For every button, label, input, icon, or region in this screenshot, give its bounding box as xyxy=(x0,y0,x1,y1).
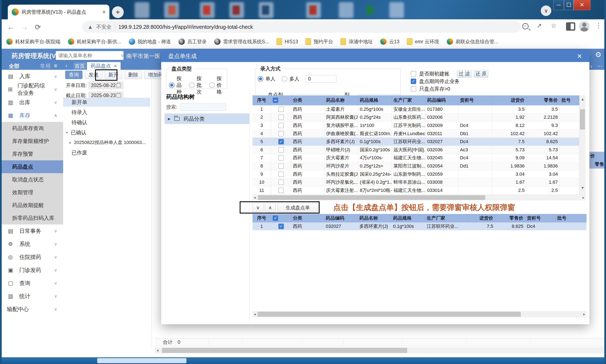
gear-icon[interactable]: ⚙ xyxy=(595,51,601,59)
flag-是否期初建账[interactable]: 是否期初建账 xyxy=(411,70,449,77)
select-all-checkbox[interactable] xyxy=(273,98,278,103)
row-checkbox[interactable] xyxy=(278,131,284,136)
sidebar-item-拆零药品扫码入库[interactable]: 拆零药品扫码入库 xyxy=(0,212,63,224)
checkbox-checked-icon[interactable] xyxy=(411,78,416,84)
row-checkbox-checked[interactable] xyxy=(278,139,284,144)
column-header-药品名称[interactable]: 药品名称 xyxy=(358,214,391,222)
sidebar-item-日常事务[interactable]: ▤日常事务∨ xyxy=(0,224,63,237)
sidebar-item-门诊发药[interactable]: ▣门诊发药∨ xyxy=(0,263,63,277)
sidebar-item-查询[interactable]: ▢查询∨ xyxy=(0,277,63,290)
column-header-药品名称[interactable]: 药品名称 xyxy=(324,95,358,105)
sidebar-item-系统[interactable]: ⚙系统∨ xyxy=(0,237,63,250)
entry-mode-radio-单人[interactable] xyxy=(258,76,263,81)
tab-search-chevron-icon[interactable]: ∨ xyxy=(541,5,551,16)
row-checkbox[interactable] xyxy=(278,188,284,193)
row-checkbox[interactable] xyxy=(278,115,284,120)
bookmark-item[interactable]: 我的地盘 - 禅道 xyxy=(129,39,171,45)
sidebar-item-输配中心[interactable]: 输配中心∨ xyxy=(0,303,63,316)
entry-mode-radio-多人[interactable] xyxy=(282,76,287,81)
expand-arrow-icon[interactable]: ▶ xyxy=(168,117,170,121)
bookmark-item[interactable]: HIS13 xyxy=(276,38,298,45)
reset-button[interactable]: 还 原 xyxy=(474,70,488,77)
side-panel-icon[interactable] xyxy=(566,22,575,31)
status-tree-item[interactable]: 待录入 xyxy=(63,108,150,117)
window-close-button[interactable]: ✕ xyxy=(574,0,591,10)
toolbar-button-查询[interactable]: 查询 xyxy=(65,71,83,79)
sidebar-item-库存量限额维护[interactable]: 库存量限额维护 xyxy=(0,135,63,147)
table-row[interactable]: 7西药庆大霉素片4万u*100s-福建汇天生物...032045Dc49.091… xyxy=(252,154,579,162)
sidebar-item-统计[interactable]: ▥统计∨ xyxy=(0,290,63,303)
check-type-radio-按品种[interactable] xyxy=(169,82,174,88)
column-header-序号[interactable]: 序号 xyxy=(252,214,271,222)
tab-overflow-icons[interactable]: ›⋯ xyxy=(591,63,606,70)
column-header-药品编码[interactable]: 药品编码 xyxy=(426,95,458,105)
bookmark-item[interactable]: 云13 xyxy=(380,39,399,45)
table-row[interactable]: 10西药环丙沙星氯化...(省采4) 0.2g*1...蚌埠丰原涂山...033… xyxy=(252,178,579,186)
column-header-药品规格[interactable]: 药品规格 xyxy=(391,214,425,222)
bookmark-star-icon[interactable]: ☆ xyxy=(551,22,557,29)
tab-scroll-left-icon[interactable]: ‹ xyxy=(66,62,67,69)
scrollbar-thumb[interactable] xyxy=(580,109,585,130)
bookmark-item[interactable]: 易联众信息综合管... xyxy=(447,39,498,45)
tree-search-input[interactable] xyxy=(180,103,226,111)
flag-盘点期间停止业务[interactable]: 盘点期间停止业务 xyxy=(411,78,460,85)
column-header-零售价[interactable]: 零售价 xyxy=(495,214,525,222)
row-checkbox[interactable] xyxy=(278,180,284,185)
window-maximize-button[interactable]: ☐ xyxy=(564,0,574,10)
close-icon[interactable]: ✕ xyxy=(577,52,582,60)
tab-close-icon[interactable]: × xyxy=(102,9,106,15)
column-header-序号[interactable]: 序号 xyxy=(252,95,271,105)
sidebar-item-库存[interactable]: ▦库存∧ xyxy=(0,109,63,122)
table-row[interactable]: 3西药复方磺胺甲基...1s*100江苏平光制药...032009Dc48.12… xyxy=(252,121,579,130)
sidebar-item-药品库存查询[interactable]: 药品库存查询 xyxy=(0,122,63,135)
column-header-货柜号[interactable]: 货柜号 xyxy=(458,95,492,105)
sidebar-item-库存预警[interactable]: 库存预警 xyxy=(0,147,63,160)
menu-filter-frequent[interactable]: 常用 xyxy=(40,63,51,70)
sidebar-item-效期管理[interactable]: 效期管理 xyxy=(0,186,63,199)
bookmark-item[interactable]: 漳浦中地址 xyxy=(341,38,373,45)
checkbox-icon[interactable] xyxy=(411,86,416,92)
start-date-input[interactable]: 2025-08-22 xyxy=(89,81,123,89)
status-tree-item[interactable]: 待确认 xyxy=(63,118,150,127)
sidebar-item-药品盘点[interactable]: 药品盘点 xyxy=(0,160,63,173)
sidebar-item-门诊配药综合业务[interactable]: ⊞门诊配药综合业务∨ xyxy=(0,83,63,96)
table-horizontal-scrollbar[interactable]: ◂ ▸ xyxy=(252,311,586,317)
tab-drug-check[interactable]: 药品盘点 × xyxy=(87,62,121,70)
new-tab-button[interactable]: + xyxy=(112,6,124,18)
scrollbar-thumb[interactable] xyxy=(162,348,407,353)
table-row[interactable]: 4西药伊曲康唑胶囊(...斯皮仁诺100m...丹麦H.Lundbec...03… xyxy=(252,130,579,138)
table-horizontal-scrollbar[interactable]: ◂ ▸ xyxy=(252,195,586,200)
collapse-arrow-icon[interactable]: ▾ xyxy=(66,130,68,134)
scroll-left-icon[interactable]: ◂ xyxy=(157,348,158,353)
window-minimize-button[interactable]: ─ xyxy=(553,0,564,10)
address-bar[interactable]: ▲ 不安全 199.9.129.28:8000/his-yf/app/#/inv… xyxy=(82,21,521,33)
column-header-批号[interactable]: 批号 xyxy=(560,95,579,105)
move-up-button[interactable]: ∧ xyxy=(265,203,276,212)
column-header-货柜号[interactable]: 货柜号 xyxy=(525,214,555,222)
chevron-down-icon[interactable]: ∨ xyxy=(121,53,124,58)
menu-filter-all[interactable]: 全部 xyxy=(9,63,19,70)
column-header-进货价[interactable]: 进货价 xyxy=(492,95,526,105)
row-checkbox-checked[interactable] xyxy=(278,224,284,229)
window-hscroll-thumb[interactable] xyxy=(97,358,186,363)
forward-button[interactable]: → xyxy=(18,23,31,31)
scroll-left-icon[interactable]: ◂ xyxy=(254,195,256,200)
sidebar-item-取消盘点状态[interactable]: 取消盘点状态 xyxy=(0,173,63,186)
table-row[interactable]: 8西药环丙沙星片0.25g*12s+莱阳市江波制...032054Dd11.98… xyxy=(252,162,579,170)
checkbox-icon[interactable] xyxy=(411,71,416,77)
back-button[interactable]: ← xyxy=(4,23,18,31)
select-all-checkbox[interactable] xyxy=(273,215,278,221)
column-header-零售价[interactable]: 零售价 xyxy=(526,95,560,105)
row-checkbox[interactable] xyxy=(278,163,284,169)
flag-只盘点库存>0[interactable]: 只盘点库存>0 xyxy=(411,86,450,92)
bookmark-item[interactable]: emr 云环境 xyxy=(407,38,439,45)
column-header-生产厂家[interactable]: 生产厂家 xyxy=(425,214,467,222)
bookmark-item[interactable]: 需求管理在线系统S... xyxy=(214,39,269,45)
column-header-药品规格[interactable]: 药品规格 xyxy=(358,95,392,105)
column-header-生产厂家[interactable]: 生产厂家 xyxy=(392,95,426,105)
sidebar-item-药品效期提醒[interactable]: 药品效期提醒 xyxy=(0,199,63,212)
column-header-批号[interactable]: 批号 xyxy=(555,214,586,222)
toolbar-button-删除[interactable]: 删除 xyxy=(124,71,142,79)
tree-node-drug-category[interactable]: ▶ 药品分类 xyxy=(165,114,249,124)
row-checkbox[interactable] xyxy=(278,123,284,128)
